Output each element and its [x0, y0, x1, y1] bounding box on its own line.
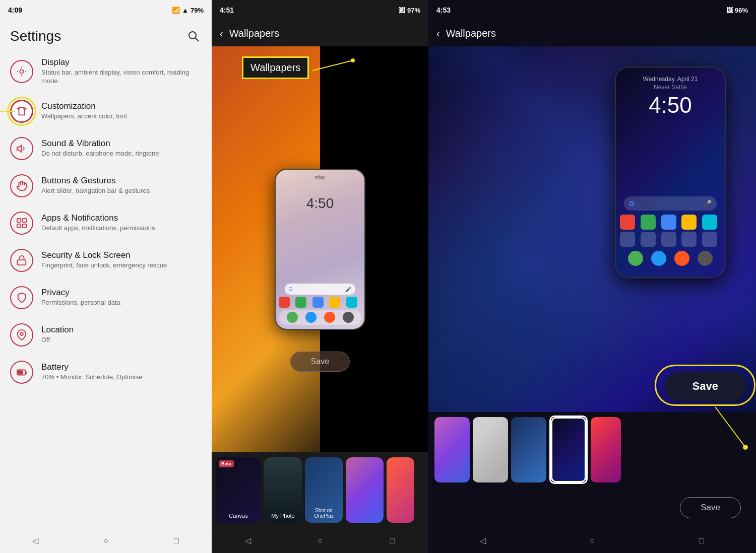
tshirt-icon — [16, 106, 27, 117]
thumb-gradient2[interactable] — [387, 457, 414, 523]
search-icon — [187, 30, 200, 42]
wallpaper-applied-preview: Wednesday, April 21 Never Settle 4:50 G … — [428, 46, 756, 412]
recent-nav-button-3[interactable]: □ — [691, 531, 712, 551]
r-app-10 — [702, 232, 717, 247]
app-icon-4 — [329, 297, 340, 308]
dock-sms — [305, 312, 317, 323]
applied-bottom-area: Save Save — [428, 412, 756, 528]
svg-rect-14 — [18, 260, 26, 265]
settings-item-display[interactable]: Display Status bar, ambient display, vis… — [0, 50, 212, 93]
home-nav-button-3[interactable]: ○ — [582, 531, 602, 551]
annotation-arrow-svg — [312, 71, 413, 111]
location-icon-wrap — [10, 323, 33, 347]
nav-bar-applied: ◁ ○ □ — [428, 528, 756, 553]
google-g-right: G — [629, 199, 635, 208]
save-button-panel2[interactable]: Save — [290, 352, 350, 372]
search-button[interactable] — [183, 26, 204, 46]
phone-search-bar: G 🎤 — [285, 284, 356, 295]
apps-icon — [16, 218, 27, 229]
right-phone-grid — [616, 215, 725, 247]
abt3-bg — [511, 417, 546, 482]
status-icons: 📶 ▲ 79% — [172, 7, 204, 14]
phone-dock — [279, 310, 361, 325]
settings-item-battery[interactable]: Battery 70% • Monitor, Schedule, Optimis… — [0, 354, 212, 391]
security-text: Security & Lock Screen Fingerprint, face… — [41, 250, 167, 270]
settings-header: Settings — [0, 20, 212, 50]
back-nav-button-3[interactable]: ◁ — [473, 531, 493, 551]
applied-thumb-3[interactable] — [511, 417, 546, 482]
thumb-beta-badge: Beta — [219, 460, 234, 467]
phone-date-small: sday — [276, 175, 364, 180]
save-button-small[interactable]: Save — [680, 497, 741, 518]
wallpaper-thumbnails: Canvas Beta My Photo Shot on OnePlus — [212, 452, 428, 528]
apps-label: Apps & Notifications — [41, 213, 155, 223]
recent-nav-button[interactable]: □ — [166, 531, 186, 551]
recent-nav-button-2[interactable]: □ — [382, 531, 402, 551]
applied-save-area: Save — [428, 488, 756, 528]
phone-screen: sday 4:50 G 🎤 — [276, 170, 364, 329]
settings-item-buttons[interactable]: Buttons & Gestures Alert slider, navigat… — [0, 167, 212, 204]
wallpapers-header-title: Wallpapers — [229, 28, 279, 39]
settings-item-customization[interactable]: Customization Wallpapers, accent color, … — [0, 93, 212, 130]
customization-sublabel: Wallpapers, accent color, font — [41, 112, 127, 121]
r-dock-camera — [698, 251, 713, 266]
thumb-canvas[interactable]: Canvas Beta — [216, 457, 261, 523]
battery-icon-wrap — [10, 361, 33, 384]
security-label: Security & Lock Screen — [41, 250, 167, 260]
display-icon-wrap — [10, 60, 33, 83]
back-nav-button-2[interactable]: ◁ — [238, 531, 258, 551]
status-bar-wallpapers: 4:51 🖼 97% — [212, 0, 428, 20]
apps-icon-wrap — [10, 212, 33, 235]
location-icon — [16, 329, 27, 340]
settings-title: Settings — [10, 28, 61, 44]
thumb-myphoto[interactable]: My Photo — [264, 457, 302, 523]
applied-thumbnails — [428, 412, 756, 488]
app-icon-2 — [295, 297, 306, 308]
svg-marker-9 — [17, 145, 21, 152]
nav-bar-wallpapers: ◁ ○ □ — [212, 528, 428, 553]
svg-line-1 — [196, 38, 199, 42]
settings-item-location[interactable]: Location Off — [0, 316, 212, 354]
wallpaper-preview-area: sday 4:50 G 🎤 — [212, 46, 428, 452]
applied-thumb-2[interactable] — [473, 417, 508, 482]
buttons-icon-wrap — [10, 174, 33, 197]
privacy-label: Privacy — [41, 288, 120, 298]
home-nav-button[interactable]: ○ — [96, 531, 116, 551]
svg-point-20 — [351, 58, 355, 62]
applied-thumb-5[interactable] — [591, 417, 621, 482]
back-nav-button[interactable]: ◁ — [25, 531, 45, 551]
status-icons-3: 🖼 96% — [726, 7, 748, 14]
home-nav-button-2[interactable]: ○ — [310, 531, 330, 551]
svg-rect-18 — [18, 371, 23, 374]
display-icon — [16, 66, 27, 77]
thumb-shoton[interactable]: Shot on OnePlus — [305, 457, 343, 523]
settings-item-privacy[interactable]: Privacy Permissions, personal data — [0, 279, 212, 316]
r-app-3 — [661, 215, 676, 230]
applied-thumb-4-selected[interactable] — [549, 416, 588, 484]
mic-icon-right: 🎤 — [703, 199, 712, 208]
right-phone-search: G 🎤 — [624, 196, 717, 211]
status-time-2: 4:51 — [220, 6, 234, 14]
abt1-bg — [434, 417, 470, 482]
back-button-applied[interactable]: ‹ — [436, 28, 440, 39]
customization-text: Customization Wallpapers, accent color, … — [41, 101, 127, 121]
phone-mockup-center: sday 4:50 G 🎤 — [275, 169, 365, 330]
buttons-label: Buttons & Gestures — [41, 176, 150, 186]
phone-app-grid — [276, 295, 364, 310]
settings-item-apps[interactable]: Apps & Notifications Default apps, notif… — [0, 204, 212, 242]
back-button-wallpapers[interactable]: ‹ — [220, 28, 223, 39]
save-button-large-container: Save — [665, 372, 746, 401]
signal-icon: 📶 — [172, 7, 180, 14]
battery-text-2: 97% — [407, 7, 420, 14]
save-button-large[interactable]: Save — [665, 372, 746, 401]
applied-thumb-1[interactable] — [434, 417, 470, 482]
r-app-5 — [702, 215, 717, 230]
settings-item-security[interactable]: Security & Lock Screen Fingerprint, face… — [0, 242, 212, 279]
settings-item-sound[interactable]: Sound & Vibration Do not disturb, earpho… — [0, 130, 212, 167]
location-sublabel: Off — [41, 336, 74, 344]
thumb-gradient1[interactable] — [346, 457, 384, 523]
battery-text: 79% — [191, 7, 204, 14]
privacy-sublabel: Permissions, personal data — [41, 299, 120, 307]
r-app-7 — [641, 232, 656, 247]
phone-time: 4:50 — [276, 195, 364, 212]
